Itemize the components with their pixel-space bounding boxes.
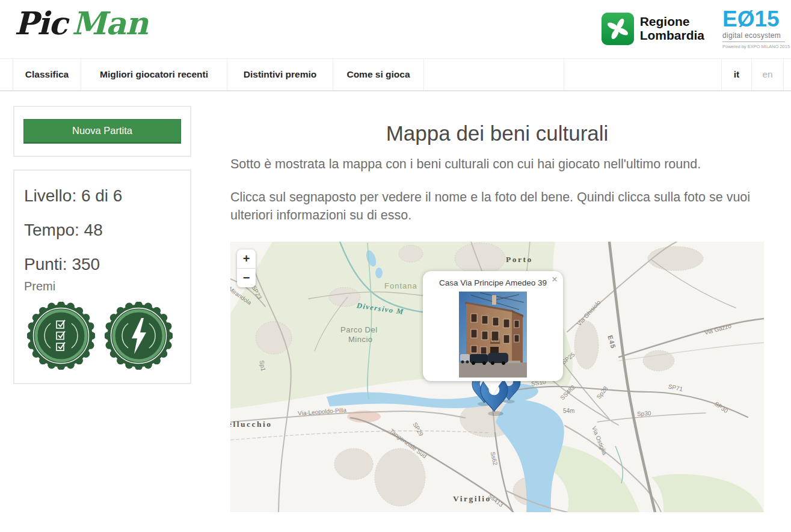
popup-title: Casa Via Principe Amedeo 39 (423, 278, 563, 287)
popup-tail (482, 380, 503, 394)
nav-item-come-si-gioca[interactable]: Come si gioca (333, 59, 424, 90)
logo-text-pic: Pic (14, 5, 67, 41)
picman-logo[interactable]: PicMan (14, 5, 148, 41)
level-stat: Livello: 6 di 6 (24, 186, 180, 206)
nav-spacer (564, 59, 722, 90)
e015-powered-by: Powered by EXPO MILANO 2015 (722, 44, 785, 49)
nav-item-migliori-giocatori[interactable]: Migliori giocatori recenti (81, 59, 227, 90)
intro-paragraph-2: Clicca sul segnaposto per vedere il nome… (230, 188, 764, 225)
nav-spacer (784, 59, 791, 90)
lightning-badge-icon (105, 302, 173, 370)
intro-paragraph-1: Sotto è mostrata la mappa con i beni cul… (230, 155, 764, 174)
time-stat: Tempo: 48 (24, 221, 180, 240)
e015-title: EØ15 (722, 8, 785, 30)
rosa-camuna-icon (602, 13, 634, 45)
popup-close-icon[interactable]: × (552, 274, 558, 286)
zoom-in-button[interactable]: + (237, 249, 256, 268)
regione-lombardia-text: Regione Lombardia (640, 15, 704, 42)
sidebar: Nuova Partita Livello: 6 di 6 Tempo: 48 … (13, 106, 191, 384)
partner-logos: Regione Lombardia EØ15 digital ecosystem… (602, 8, 785, 49)
award-badges (24, 302, 180, 370)
lang-switch-it[interactable]: it (722, 59, 752, 90)
nav-spacer (424, 59, 564, 90)
page-title: Mappa dei beni culturali (230, 121, 764, 145)
checklist-badge-icon (27, 302, 95, 370)
nav-spacer (0, 59, 13, 90)
e015-subtitle: digital ecosystem (722, 31, 785, 42)
lang-switch-en[interactable]: en (752, 59, 784, 90)
zoom-out-button[interactable]: − (237, 268, 256, 287)
page: PicMan Regione Lombardia (0, 0, 791, 532)
stats-box: Livello: 6 di 6 Tempo: 48 Punti: 350 Pre… (13, 170, 191, 384)
logo-text-man: Man (72, 5, 148, 41)
nav-item-distintivi-premio[interactable]: Distintivi premio (227, 59, 333, 90)
new-game-button[interactable]: Nuova Partita (23, 119, 181, 144)
awards-label: Premi (24, 280, 180, 293)
map-zoom-control: + − (237, 249, 256, 287)
map-popup: × Casa Via Principe Amedeo 39 (423, 271, 563, 381)
e015-logo: EØ15 digital ecosystem Powered by EXPO M… (722, 8, 785, 49)
main-nav: Classifica Migliori giocatori recenti Di… (0, 58, 791, 91)
new-game-box: Nuova Partita (13, 106, 191, 157)
regione-lombardia-logo: Regione Lombardia (602, 13, 704, 45)
header: PicMan Regione Lombardia (0, 0, 791, 58)
cultural-assets-map[interactable]: PortoFontanaDiversivo MParco DelMincioMi… (230, 242, 764, 512)
main-content: Mappa dei beni culturali Sotto è mostrat… (230, 118, 764, 512)
nav-item-classifica[interactable]: Classifica (13, 59, 81, 90)
popup-photo[interactable] (459, 292, 527, 378)
points-stat: Punti: 350 (24, 255, 180, 274)
